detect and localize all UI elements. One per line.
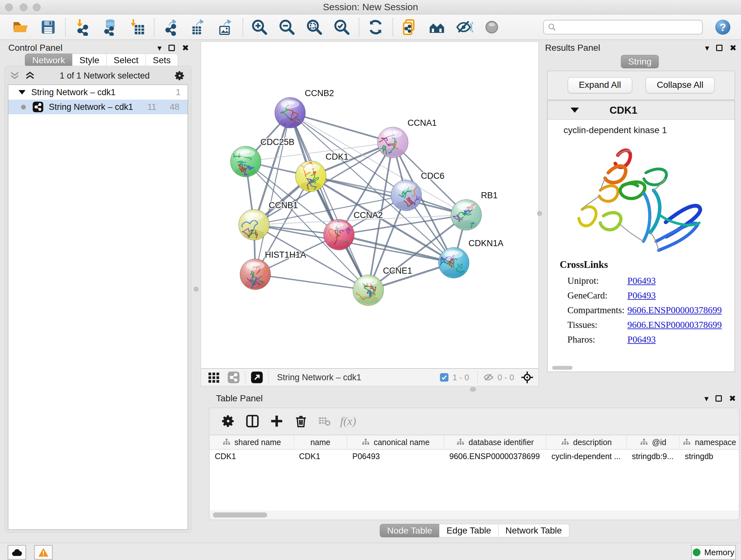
crosslink-link[interactable]: 9606.ENSP00000378699 [627,320,728,330]
warning-status-button[interactable] [34,545,53,560]
cloud-status-button[interactable] [8,545,26,560]
toolbar-separator [477,371,478,384]
show-all-icon[interactable] [483,18,500,36]
network-edge[interactable] [255,274,368,290]
column-header-name[interactable]: name [294,435,347,449]
import-table-from-file-icon[interactable] [128,18,145,36]
tab-network[interactable]: Network [25,54,72,67]
zoom-in-icon[interactable] [251,18,268,36]
network-row-selected[interactable]: String Network – cdk1 11 48 [8,100,188,114]
splitter-handle[interactable] [194,287,199,292]
table-cell[interactable]: stringdb:9... [627,449,680,463]
zoom-fit-icon[interactable] [306,18,323,36]
collapse-all-networks-icon[interactable] [9,71,20,80]
expand-all-button[interactable]: Expand All [568,77,632,93]
delete-table-icon-disabled [318,415,331,428]
crosslink-link[interactable]: P06493 [627,334,728,345]
crosslink-link[interactable]: P06493 [627,290,728,301]
results-hscrollbar-thumb[interactable] [552,366,572,370]
show-columns-icon[interactable] [245,414,260,428]
table-cell[interactable]: CDK1 [210,449,294,463]
export-network-icon[interactable] [162,18,179,36]
table-options-gear-icon[interactable] [221,414,235,428]
tab-edge-table[interactable]: Edge Table [439,524,498,537]
tab-style[interactable]: Style [72,54,107,67]
import-network-from-database-icon[interactable] [101,18,118,36]
column-header-namespace[interactable]: namespace [680,435,739,449]
node-label-CDC25B: CDC25B [260,137,294,147]
save-session-icon[interactable] [40,18,57,36]
table-row[interactable]: CDK1CDK1P064939606.ENSP00000378699cyclin… [210,449,739,463]
network-options-gear-icon[interactable] [174,70,185,81]
tab-node-table[interactable]: Node Table [380,524,440,537]
search-input[interactable] [556,22,692,32]
results-panel-float-icon[interactable] [716,45,723,51]
add-column-icon[interactable] [269,414,284,428]
network-collection-row[interactable]: String Network – cdk1 1 [8,85,188,100]
delete-column-icon[interactable] [293,414,308,428]
first-neighbors-icon[interactable] [428,18,446,36]
network-graph[interactable]: CCNB2CCNA1CDC25BCDK1CDC6RB1CCNB1CCNA2CDK… [201,42,538,368]
memory-button[interactable]: Memory [691,545,736,560]
fit-content-crosshair-icon[interactable] [521,371,534,384]
control-panel-title: Control Panel [8,42,63,54]
export-table-icon[interactable] [190,18,207,36]
column-header-label: name [311,438,331,447]
zoom-out-icon[interactable] [278,18,295,36]
collection-expand-icon[interactable] [18,90,25,95]
clone-network-icon[interactable] [401,18,418,36]
table-panel: Table Panel ▾ ✖ f(x) shared namenamecano… [201,392,741,542]
node-label-CCNB1: CCNB1 [269,200,298,210]
tab-string[interactable]: String [621,55,659,68]
column-header-shared-name[interactable]: shared name [210,435,294,449]
column-header-database-identifier[interactable]: database identifier [444,435,546,449]
table-cell[interactable]: cyclin-dependent ... [546,449,627,463]
table-panel-float-icon[interactable] [716,395,722,401]
table-cell[interactable]: stringdb [680,449,739,463]
tab-sets[interactable]: Sets [145,54,178,67]
hidden-eye-icon[interactable] [483,372,494,383]
refresh-layout-icon[interactable] [367,18,384,36]
table-panel-collapse-icon[interactable]: ▾ [704,394,709,402]
open-session-icon[interactable] [12,18,29,36]
gene-card-header[interactable]: CDK1 [548,101,735,120]
tab-network-table[interactable]: Network Table [498,524,569,537]
splitter-handle[interactable] [470,387,476,391]
table-hscrollbar[interactable] [210,510,739,519]
grid-view-icon[interactable] [207,371,220,384]
network-edge[interactable] [290,113,393,142]
export-image-icon[interactable] [217,18,234,36]
control-panel-close-icon[interactable]: ✖ [182,44,189,52]
table-panel-close-icon[interactable]: ✖ [729,394,736,402]
table-header-row: shared namenamecanonical namedatabase id… [210,435,739,449]
tab-select[interactable]: Select [106,54,146,67]
toolbar-search-box[interactable] [543,20,703,35]
hide-selected-icon[interactable] [456,18,473,36]
network-column-icon [222,438,231,446]
control-panel-collapse-icon[interactable]: ▾ [157,44,161,52]
table-cell[interactable]: 9606.ENSP00000378699 [444,449,546,463]
network-edge[interactable] [290,113,368,290]
column-header--id[interactable]: @id [627,435,680,449]
column-header-canonical-name[interactable]: canonical name [347,435,444,449]
help-icon[interactable]: ? [714,18,731,36]
expand-all-networks-icon[interactable] [24,71,36,80]
network-canvas[interactable]: CCNB2CCNA1CDC25BCDK1CDC6RB1CCNB1CCNA2CDK… [201,42,539,368]
table-cell[interactable]: CDK1 [294,449,347,463]
zoom-selected-icon[interactable] [333,18,350,36]
table-hscrollbar-thumb[interactable] [213,512,267,517]
control-panel-float-icon[interactable] [169,45,175,51]
table-cell[interactable]: P06493 [347,449,444,463]
main-toolbar: ? [0,14,741,40]
crosslink-link[interactable]: P06493 [627,275,728,286]
birdseye-view-icon[interactable] [251,371,263,384]
network-view-icon-disabled[interactable] [227,371,240,384]
column-header-description[interactable]: description [546,435,627,449]
results-panel-collapse-icon[interactable]: ▾ [705,44,709,52]
import-network-from-file-icon[interactable] [73,18,91,36]
gene-card-collapse-icon[interactable] [570,108,579,113]
results-panel-close-icon[interactable]: ✖ [730,44,737,52]
crosslink-link[interactable]: 9606.ENSP00000378699 [627,305,728,315]
selected-checkbox-icon[interactable] [439,372,449,382]
collapse-all-button[interactable]: Collapse All [646,77,715,93]
